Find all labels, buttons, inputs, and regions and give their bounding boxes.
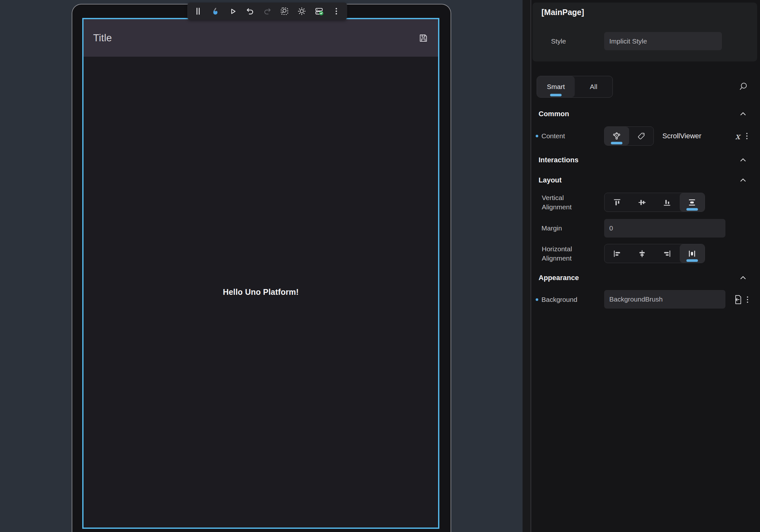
content-mode-tag[interactable] — [629, 127, 654, 145]
section-appearance-title: Appearance — [539, 274, 579, 282]
section-layout-collapse-button[interactable] — [736, 173, 750, 187]
flame-icon — [211, 7, 220, 16]
valign-stretch-button[interactable] — [680, 193, 705, 212]
margin-label: Margin — [542, 224, 562, 232]
style-input[interactable]: Implicit Style — [604, 32, 722, 50]
background-modified-dot — [536, 298, 538, 301]
content-menu-button[interactable] — [742, 130, 752, 141]
tab-all[interactable]: All — [575, 76, 612, 97]
halign-active-indicator — [687, 259, 698, 262]
app-title-text: Title — [93, 32, 112, 44]
save-button[interactable] — [418, 33, 428, 43]
hot-design-button[interactable] — [210, 6, 220, 16]
design-canvas[interactable]: Title Hello Uno Platform! — [0, 0, 523, 532]
align-vcenter-icon — [638, 198, 646, 207]
halign-center-button[interactable] — [630, 244, 654, 263]
style-value: Implicit Style — [609, 37, 647, 45]
content-mode-toggle — [604, 126, 654, 146]
undo-icon — [246, 7, 255, 16]
section-interactions-collapse-button[interactable] — [736, 153, 750, 167]
play-icon — [228, 7, 237, 16]
server-check-icon — [314, 6, 324, 16]
app-title-bar[interactable]: Title — [83, 19, 438, 57]
connection-status-button[interactable] — [314, 6, 324, 16]
hot-design-window: { "canvas": { "app": { "title": "Title",… — [0, 0, 760, 532]
background-value: BackgroundBrush — [609, 295, 663, 303]
valign-active-indicator — [687, 208, 698, 211]
element-picker-button[interactable] — [279, 6, 290, 16]
background-input[interactable]: BackgroundBrush — [604, 290, 726, 309]
content-value[interactable]: ScrollViewer — [662, 132, 701, 140]
vertical-alignment-control — [604, 193, 705, 212]
margin-value: 0 — [609, 224, 613, 232]
resource-import-icon — [733, 294, 742, 305]
content-markup-extension-button[interactable]: x — [735, 131, 740, 141]
align-hcenter-icon — [638, 249, 646, 258]
more-options-button[interactable] — [331, 6, 342, 16]
toolbar-drag-handle[interactable] — [193, 6, 203, 16]
selected-element-title: [MainPage] — [542, 8, 584, 17]
properties-panel: [MainPage] Style Implicit Style Smart Al… — [531, 0, 760, 532]
control-hierarchy-icon — [612, 131, 621, 140]
theme-toggle-button[interactable] — [297, 6, 307, 16]
drag-handle-icon — [196, 7, 201, 15]
redo-icon — [263, 7, 272, 16]
margin-input[interactable]: 0 — [604, 219, 726, 237]
section-appearance-collapse-button[interactable] — [736, 271, 750, 285]
section-common-title: Common — [539, 110, 569, 118]
kebab-icon — [744, 132, 749, 140]
section-layout-title: Layout — [539, 176, 562, 184]
kebab-icon — [333, 7, 340, 15]
panel-divider — [523, 0, 531, 532]
horizontal-alignment-control — [604, 244, 705, 263]
element-picker-icon — [280, 7, 289, 16]
sun-icon — [297, 7, 306, 16]
chevron-up-icon — [739, 274, 747, 282]
selection-outline: Title Hello Uno Platform! — [82, 18, 439, 529]
align-left-icon — [613, 249, 621, 258]
vertical-alignment-label: Vertical Alignment — [542, 193, 590, 212]
align-bottom-icon — [663, 198, 671, 207]
search-properties-button[interactable] — [736, 79, 750, 93]
hello-textblock[interactable]: Hello Uno Platform! — [223, 287, 299, 297]
content-label: Content — [542, 132, 565, 140]
valign-bottom-button[interactable] — [655, 193, 680, 212]
halign-stretch-button[interactable] — [680, 244, 705, 263]
align-hstretch-icon — [688, 249, 696, 258]
valign-top-button[interactable] — [604, 193, 630, 212]
style-label: Style — [551, 37, 566, 45]
align-top-icon — [613, 198, 621, 207]
halign-right-button[interactable] — [655, 244, 680, 263]
chevron-up-icon — [739, 176, 747, 184]
tab-smart[interactable]: Smart — [537, 76, 575, 97]
tab-smart-label: Smart — [547, 83, 565, 91]
background-resource-button[interactable] — [733, 294, 742, 305]
align-right-icon — [663, 249, 671, 258]
hot-design-toolbar — [187, 3, 347, 20]
halign-left-button[interactable] — [604, 244, 630, 263]
tag-icon — [637, 131, 646, 140]
content-modified-dot — [536, 135, 538, 137]
chevron-up-icon — [739, 110, 747, 118]
save-icon — [418, 33, 428, 43]
tab-all-label: All — [590, 83, 597, 91]
property-tabs: Smart All — [537, 76, 613, 98]
tab-smart-active-indicator — [550, 94, 562, 96]
app-content[interactable]: Hello Uno Platform! — [83, 57, 438, 527]
background-menu-button[interactable] — [743, 294, 752, 305]
background-label: Background — [542, 296, 577, 304]
content-mode-active-indicator — [611, 142, 622, 144]
chevron-up-icon — [739, 156, 747, 164]
undo-button[interactable] — [245, 6, 255, 16]
section-interactions-title: Interactions — [539, 156, 579, 164]
search-icon — [738, 82, 748, 91]
align-vstretch-icon — [688, 198, 696, 207]
section-common-collapse-button[interactable] — [736, 107, 750, 121]
device-frame: Title Hello Uno Platform! — [72, 4, 451, 532]
content-mode-control[interactable] — [604, 127, 629, 145]
kebab-icon — [745, 295, 750, 304]
redo-button[interactable] — [262, 6, 272, 16]
valign-center-button[interactable] — [630, 193, 654, 212]
horizontal-alignment-label: Horizontal Alignment — [542, 244, 590, 263]
play-button[interactable] — [227, 6, 238, 16]
